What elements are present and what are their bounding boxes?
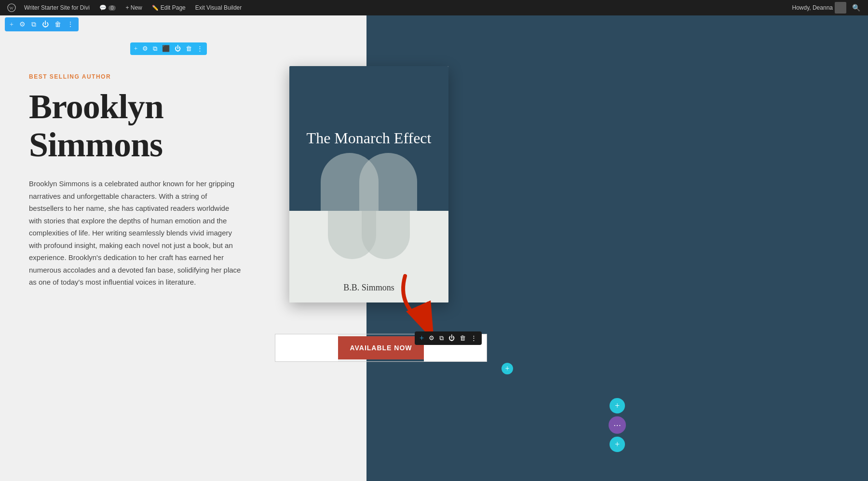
toolbar-more-icon[interactable]: ⋮ <box>67 20 74 28</box>
deco-bottom-right <box>362 211 410 259</box>
section-copy-icon[interactable]: ⧉ <box>153 45 157 53</box>
avatar <box>835 2 846 14</box>
site-name-label: Writer Starter Site for Divi <box>24 4 90 11</box>
book-cover-top: The Monarch Effect <box>289 66 448 211</box>
site-name[interactable]: Writer Starter Site for Divi <box>19 0 95 15</box>
edit-page-label: Edit Page <box>161 4 186 11</box>
module-copy-icon[interactable]: ⧉ <box>439 334 444 342</box>
book-deco-top <box>289 143 448 211</box>
section-settings-icon[interactable]: ⚙ <box>142 45 148 53</box>
comment-icon: 💬 <box>99 4 107 11</box>
exit-builder-item[interactable]: Exit Visual Builder <box>190 0 247 15</box>
new-item[interactable]: + New <box>121 0 147 15</box>
search-icon[interactable]: 🔍 <box>848 4 864 12</box>
add-section-below-button[interactable]: + <box>610 437 625 452</box>
svg-text:W: W <box>10 6 14 11</box>
toolbar-copy-icon[interactable]: ⧉ <box>31 21 36 28</box>
section-add-icon[interactable]: + <box>134 45 137 53</box>
module-add-below[interactable]: + <box>502 363 513 374</box>
module-more-icon[interactable]: ⋮ <box>471 334 477 342</box>
toolbar-delete-icon[interactable]: 🗑 <box>54 21 61 28</box>
module-delete-icon[interactable]: 🗑 <box>460 334 466 342</box>
book-cover: The Monarch Effect B.B. Simmons <box>289 66 448 302</box>
page-wrapper: + ⚙ ⧉ ⬛ ⏻ 🗑 ⋮ BEST SELLING AUTHOR Brookl… <box>0 15 868 481</box>
deco-right <box>359 153 417 211</box>
toolbar-settings-icon[interactable]: ⚙ <box>19 20 26 28</box>
howdy-label: Howdy, Deanna <box>792 4 833 11</box>
section-layout-icon[interactable]: ⬛ <box>162 45 170 53</box>
divi-settings-button[interactable]: ⋯ <box>609 416 626 434</box>
section-power-icon[interactable]: ⏻ <box>175 45 181 53</box>
right-area: The Monarch Effect B.B. Simmons <box>366 15 868 481</box>
module-settings-icon[interactable]: ⚙ <box>429 334 434 342</box>
book-bottom-deco <box>289 211 448 269</box>
admin-bar-right: Howdy, Deanna 🔍 <box>792 2 865 14</box>
edit-page-item[interactable]: ✏️ Edit Page <box>147 0 190 15</box>
book-title: The Monarch Effect <box>307 128 432 149</box>
toolbar-add-icon[interactable]: + <box>10 21 14 28</box>
module-toolbar: + ⚙ ⧉ ⏻ 🗑 ⋮ <box>415 331 482 345</box>
comment-count: 0 <box>108 5 116 11</box>
btn-placeholder <box>275 334 338 361</box>
exit-builder-label: Exit Visual Builder <box>195 4 242 11</box>
toolbar-power-icon[interactable]: ⏻ <box>42 21 49 28</box>
section-toolbar: + ⚙ ⧉ ⬛ ⏻ 🗑 ⋮ <box>130 42 207 55</box>
module-add-icon[interactable]: + <box>420 334 424 343</box>
module-power-icon[interactable]: ⏻ <box>448 334 455 342</box>
available-now-button[interactable]: AVAILABLE NOW <box>338 336 424 359</box>
comments-item[interactable]: 💬 0 <box>95 0 121 15</box>
wordpress-logo[interactable]: W <box>4 0 19 15</box>
admin-bar: W Writer Starter Site for Divi 💬 0 + New… <box>0 0 868 15</box>
hero-bio: Brooklyn Simmons is a celebrated author … <box>29 178 241 289</box>
new-label: + New <box>125 4 142 11</box>
add-section-above-button[interactable]: + <box>610 398 625 413</box>
bottom-add-row: + ⋯ + <box>609 398 626 452</box>
section-delete-icon[interactable]: 🗑 <box>186 45 192 53</box>
vb-main-toolbar: + ⚙ ⧉ ⏻ 🗑 ⋮ <box>5 17 79 31</box>
section-more-icon[interactable]: ⋮ <box>197 45 203 53</box>
